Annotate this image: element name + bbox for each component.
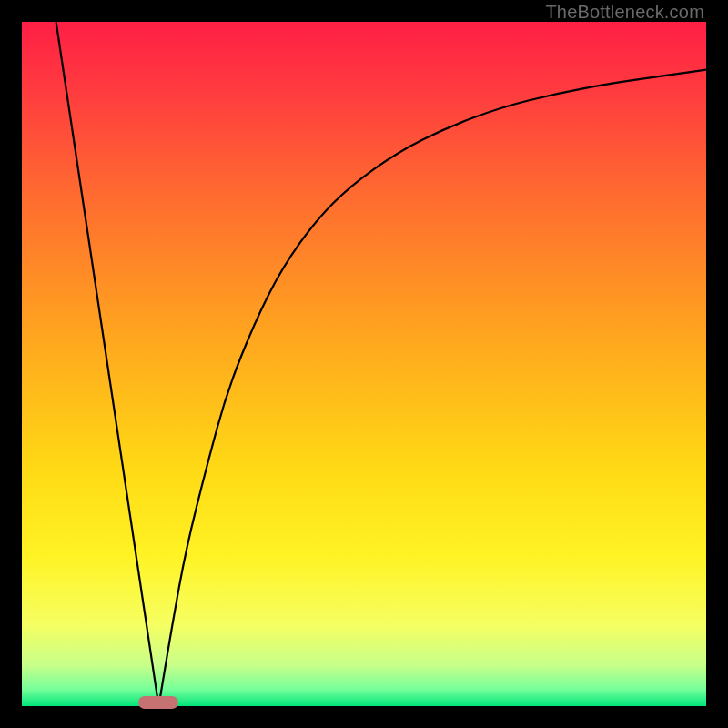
bottleneck-curve — [22, 22, 706, 706]
bottleneck-marker — [138, 696, 178, 709]
watermark-text: TheBottleneck.com — [545, 2, 704, 23]
plot-area — [22, 22, 706, 706]
chart-frame: TheBottleneck.com — [0, 0, 728, 728]
